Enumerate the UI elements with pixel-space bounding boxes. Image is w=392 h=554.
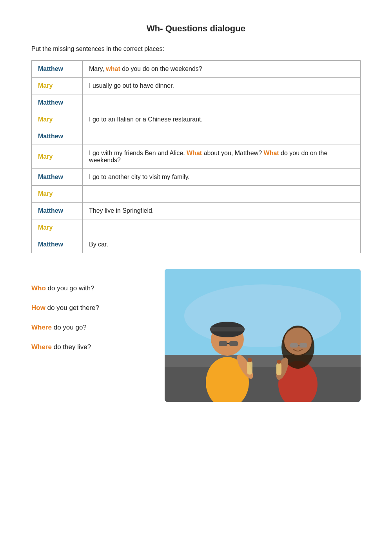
question-keyword: How	[31, 304, 45, 311]
speaker-name-matthew: Matthew	[32, 169, 83, 186]
table-row: MatthewBy car.	[32, 236, 361, 253]
dialogue-table: MatthewMary, what do you do on the weeke…	[31, 60, 361, 253]
speaker-name-matthew: Matthew	[32, 61, 83, 78]
table-row: Mary	[32, 186, 361, 203]
svg-rect-19	[299, 343, 307, 348]
speaker-name-matthew: Matthew	[32, 94, 83, 111]
dialogue-text: I go to another city to visit my family.	[83, 169, 361, 186]
question-item: Who do you go with?	[31, 284, 149, 292]
speaker-name-matthew: Matthew	[32, 236, 83, 253]
question-item: How do you get there?	[31, 304, 149, 312]
svg-rect-3	[165, 355, 361, 367]
speaker-name-mary: Mary	[32, 78, 83, 94]
bottom-section: Who do you go with?How do you get there?…	[31, 269, 361, 402]
svg-rect-23	[277, 360, 281, 364]
table-row: MaryI go with my friends Ben and Alice. …	[32, 145, 361, 169]
instruction-text: Put the missing sentences in the correct…	[31, 45, 361, 53]
svg-rect-7	[210, 327, 245, 331]
question-keyword: Who	[31, 284, 46, 292]
speaker-name-matthew: Matthew	[32, 128, 83, 145]
speaker-name-matthew: Matthew	[32, 203, 83, 219]
dialogue-text	[83, 186, 361, 203]
question-rest: do they live?	[52, 343, 91, 351]
table-row: MatthewThey live in Springfield.	[32, 203, 361, 219]
dialogue-text: Mary, what do you do on the weekends?	[83, 61, 361, 78]
dialogue-text	[83, 94, 361, 111]
dialogue-text: I go with my friends Ben and Alice. What…	[83, 145, 361, 169]
question-keyword: Where	[31, 324, 52, 331]
question-rest: do you go with?	[46, 284, 94, 292]
speaker-name-mary: Mary	[32, 111, 83, 128]
speaker-name-mary: Mary	[32, 219, 83, 236]
question-keyword: Where	[31, 343, 52, 351]
table-row: MaryI usually go out to have dinner.	[32, 78, 361, 94]
svg-point-1	[184, 284, 341, 347]
dialogue-text: They live in Springfield.	[83, 203, 361, 219]
svg-rect-13	[248, 358, 252, 362]
table-row: MatthewMary, what do you do on the weeke…	[32, 61, 361, 78]
dialogue-text: By car.	[83, 236, 361, 253]
table-row: MaryI go to an Italian or a Chinese rest…	[32, 111, 361, 128]
table-row: MatthewI go to another city to visit my …	[32, 169, 361, 186]
question-rest: do you go?	[52, 324, 87, 331]
svg-rect-12	[247, 361, 252, 375]
dialogue-text	[83, 219, 361, 236]
speaker-name-mary: Mary	[32, 186, 83, 203]
page-title: Wh- Questions dialogue	[31, 24, 361, 34]
questions-list: Who do you go with?How do you get there?…	[31, 269, 149, 351]
question-item: Where do you go?	[31, 324, 149, 331]
svg-rect-8	[219, 341, 227, 346]
question-item: Where do they live?	[31, 343, 149, 351]
svg-rect-18	[290, 343, 298, 348]
dialogue-text	[83, 128, 361, 145]
table-row: Mary	[32, 219, 361, 236]
dialogue-text: I usually go out to have dinner.	[83, 78, 361, 94]
dialogue-text: I go to an Italian or a Chinese restaura…	[83, 111, 361, 128]
table-row: Matthew	[32, 128, 361, 145]
speaker-name-mary: Mary	[32, 145, 83, 169]
question-rest: do you get there?	[45, 304, 99, 311]
table-row: Matthew	[32, 94, 361, 111]
photo-illustration	[165, 269, 361, 402]
svg-rect-22	[276, 363, 281, 375]
svg-rect-9	[229, 341, 238, 346]
